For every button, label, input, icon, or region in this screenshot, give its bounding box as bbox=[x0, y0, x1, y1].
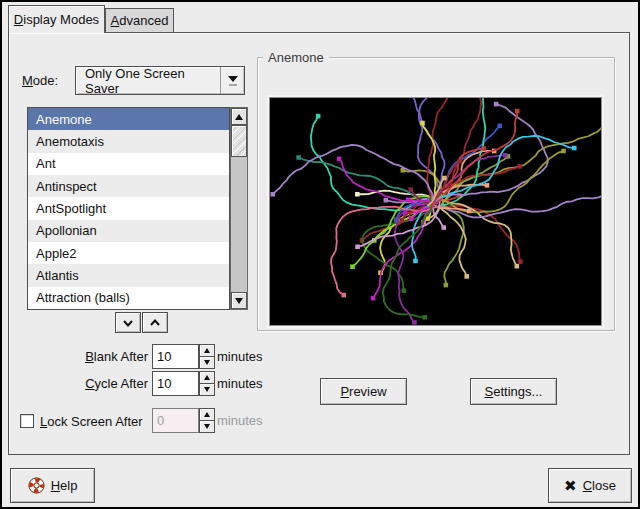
lock-screen-unit: minutes bbox=[217, 413, 263, 428]
blank-after-input[interactable] bbox=[152, 344, 199, 369]
scroll-down-button[interactable] bbox=[231, 292, 247, 309]
scroll-up-button[interactable] bbox=[231, 108, 247, 125]
list-item[interactable]: AntSpotlight bbox=[28, 197, 229, 219]
settings-button[interactable]: Settings... bbox=[470, 378, 557, 405]
spin-up-icon[interactable] bbox=[199, 371, 215, 384]
list-item[interactable]: Anemone bbox=[28, 108, 229, 130]
list-item-label: AntSpotlight bbox=[36, 201, 106, 216]
cycle-after-unit: minutes bbox=[217, 376, 263, 391]
chevron-up-icon bbox=[149, 318, 161, 328]
settings-button-label: Settings... bbox=[485, 384, 543, 399]
list-item-label: Apollonian bbox=[36, 223, 97, 238]
help-button-label: Help bbox=[51, 478, 78, 493]
preview-button-label: Preview bbox=[340, 384, 386, 399]
spin-down-icon[interactable] bbox=[199, 384, 215, 396]
list-item[interactable]: Anemotaxis bbox=[28, 130, 229, 152]
list-next-button[interactable] bbox=[115, 312, 141, 333]
close-button[interactable]: ✖ Close bbox=[548, 468, 632, 503]
help-lifebuoy-icon bbox=[28, 477, 45, 494]
list-item[interactable]: Ant bbox=[28, 153, 229, 175]
spin-down-icon bbox=[199, 421, 215, 433]
mode-label: Mode: bbox=[22, 73, 70, 88]
list-prev-button[interactable] bbox=[142, 312, 168, 333]
tab-display-modes[interactable]: Display Modes bbox=[8, 5, 105, 33]
list-item[interactable]: Apple2 bbox=[28, 242, 229, 264]
scrollbar-trough[interactable] bbox=[231, 157, 247, 292]
list-item-label: Ant bbox=[36, 156, 56, 171]
screensaver-list[interactable]: AnemoneAnemotaxisAntAntinspectAntSpotlig… bbox=[27, 107, 230, 310]
cycle-after-label: Cycle After bbox=[32, 376, 148, 391]
close-button-label: Close bbox=[583, 478, 616, 493]
cycle-after-input[interactable] bbox=[152, 371, 199, 396]
tab-advanced-label: Advanced bbox=[111, 13, 169, 28]
list-item[interactable]: Atlantis bbox=[28, 264, 229, 286]
list-item-label: Anemotaxis bbox=[36, 134, 104, 149]
preview-group-title: Anemone bbox=[263, 50, 329, 65]
scroll-down-icon bbox=[235, 298, 243, 304]
scroll-up-icon bbox=[235, 114, 243, 120]
tab-display-modes-label: Display Modes bbox=[14, 12, 99, 27]
list-scrollbar[interactable] bbox=[230, 107, 248, 310]
combo-arrow-icon[interactable] bbox=[220, 67, 244, 94]
spin-down-icon[interactable] bbox=[199, 357, 215, 369]
screensaver-preview-image bbox=[269, 97, 602, 326]
screensaver-preferences-dialog: Advanced Display Modes Mode: Only One Sc… bbox=[0, 0, 640, 509]
preview-group-frame bbox=[257, 57, 615, 331]
help-button[interactable]: Help bbox=[10, 468, 95, 503]
preview-button[interactable]: Preview bbox=[320, 378, 407, 405]
scrollbar-thumb[interactable] bbox=[231, 125, 247, 157]
list-item-label: Atlantis bbox=[36, 268, 79, 283]
list-item[interactable]: Apollonian bbox=[28, 220, 229, 242]
spin-up-icon[interactable] bbox=[199, 344, 215, 357]
blank-after-label: Blank After bbox=[32, 349, 148, 364]
mode-dropdown-value: Only One Screen Saver bbox=[76, 67, 220, 94]
close-x-icon: ✖ bbox=[564, 478, 577, 493]
lock-screen-spinner bbox=[199, 408, 215, 433]
list-item-label: Apple2 bbox=[36, 246, 76, 261]
list-item-label: Attraction (balls) bbox=[36, 290, 130, 305]
list-item-label: Anemone bbox=[36, 112, 92, 127]
lock-screen-label: Lock Screen After bbox=[40, 414, 143, 429]
tab-advanced[interactable]: Advanced bbox=[105, 8, 174, 32]
blank-after-unit: minutes bbox=[217, 349, 263, 364]
spin-up-icon bbox=[199, 408, 215, 421]
list-item-label: Antinspect bbox=[36, 179, 97, 194]
lock-screen-checkbox[interactable] bbox=[20, 414, 34, 428]
chevron-down-icon bbox=[122, 318, 134, 328]
list-item[interactable]: Antinspect bbox=[28, 175, 229, 197]
mode-dropdown[interactable]: Only One Screen Saver bbox=[75, 66, 245, 95]
anemone-art bbox=[270, 98, 601, 325]
cycle-after-spinner[interactable] bbox=[199, 371, 215, 396]
list-item[interactable]: Attraction (balls) bbox=[28, 287, 229, 309]
lock-screen-input bbox=[152, 408, 199, 433]
blank-after-spinner[interactable] bbox=[199, 344, 215, 369]
